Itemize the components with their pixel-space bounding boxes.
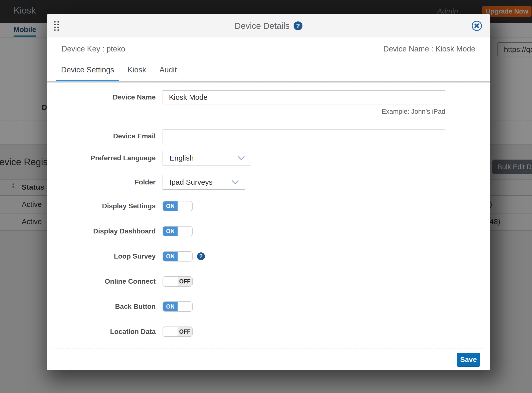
modal-header: Device Details ? <box>47 14 490 37</box>
preferred-language-select[interactable]: English <box>163 151 251 165</box>
loop-survey-help-icon[interactable]: ? <box>197 252 205 260</box>
display-settings-toggle[interactable]: ON <box>163 201 193 211</box>
online-connect-toggle[interactable]: OFF <box>163 276 193 287</box>
preferred-language-value: English <box>169 154 237 162</box>
display-dashboard-toggle[interactable]: ON <box>163 226 193 236</box>
display-dashboard-label: Display Dashboard <box>47 227 156 235</box>
loop-survey-label: Loop Survey <box>47 252 156 260</box>
loop-survey-toggle[interactable]: ON <box>163 251 193 262</box>
back-button-label: Back Button <box>47 303 156 311</box>
save-button[interactable]: Save <box>457 353 480 367</box>
tab-audit[interactable]: Audit <box>154 66 182 81</box>
device-email-input[interactable] <box>163 129 445 143</box>
device-key-text: Device Key : pteko <box>62 45 125 53</box>
device-name-hint: Example: John's iPad <box>163 108 445 115</box>
modal-info-row: Device Key : pteko Device Name : Kiosk M… <box>47 37 490 60</box>
location-data-label: Location Data <box>47 328 156 336</box>
device-details-modal: Device Details ? Device Key : pteko Devi… <box>47 14 490 370</box>
folder-value: Ipad Surveys <box>169 178 232 186</box>
chevron-down-icon <box>237 156 245 160</box>
modal-title: Device Details <box>234 21 290 31</box>
back-button-toggle[interactable]: ON <box>163 301 193 312</box>
device-name-text: Device Name : Kiosk Mode <box>383 45 475 53</box>
display-settings-label: Display Settings <box>47 202 156 210</box>
preferred-language-label: Preferred Language <box>47 154 156 162</box>
device-name-label: Device Name <box>47 93 156 101</box>
folder-select[interactable]: Ipad Surveys <box>163 175 245 190</box>
device-email-label: Device Email <box>47 132 156 140</box>
device-name-input[interactable] <box>163 90 445 104</box>
tab-device-settings[interactable]: Device Settings <box>56 66 119 81</box>
modal-tabs: Device Settings Kiosk Audit <box>47 60 490 81</box>
chevron-down-icon <box>232 180 239 184</box>
close-icon[interactable] <box>471 20 483 32</box>
location-data-toggle[interactable]: OFF <box>163 327 193 337</box>
modal-footer: Save <box>52 348 485 371</box>
modal-body: Device Name Example: John's iPad Device … <box>47 81 490 337</box>
screen: › Kiosk Admin Upgrade Now Mobile Device … <box>0 0 532 393</box>
tab-kiosk[interactable]: Kiosk <box>122 66 151 81</box>
folder-label: Folder <box>47 178 156 186</box>
help-icon[interactable]: ? <box>294 21 302 30</box>
online-connect-label: Online Connect <box>47 278 156 285</box>
drag-handle-icon[interactable] <box>54 21 59 31</box>
